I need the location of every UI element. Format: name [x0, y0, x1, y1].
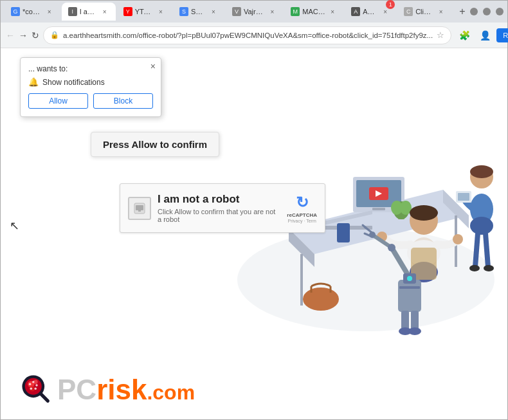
tab-close-3[interactable]: ×: [156, 7, 165, 16]
pcrisk-text: PCrisk.com: [57, 374, 195, 405]
tab-close-4[interactable]: ×: [209, 7, 218, 16]
recaptcha-text-area: I am not a robot Click Allow to confirm …: [158, 193, 280, 223]
recaptcha-checkbox-icon: [128, 197, 151, 220]
tab-close-8[interactable]: ×: [437, 7, 446, 16]
refresh-button[interactable]: ↻: [32, 26, 39, 44]
svg-point-37: [303, 288, 339, 311]
title-bar: G *combi... × I I am n... × Y YTube... ×…: [1, 1, 507, 23]
svg-point-67: [35, 388, 37, 390]
svg-point-47: [407, 276, 412, 281]
tab-favicon-8: C: [404, 7, 413, 16]
popup-close-icon[interactable]: ×: [150, 62, 156, 71]
svg-rect-45: [398, 280, 421, 312]
address-text: a.earthheartsmith.com/office-robot/?pl=p…: [63, 32, 433, 39]
svg-point-65: [35, 384, 37, 386]
new-tab-button[interactable]: +: [456, 4, 469, 19]
pcrisk-pc: PC: [57, 374, 96, 405]
tab-search[interactable]: S Search ×: [173, 3, 224, 21]
relaunch-button[interactable]: Relaunch to update: [496, 28, 508, 42]
svg-point-52: [408, 327, 421, 335]
allow-button[interactable]: Allow: [28, 93, 88, 109]
tab-favicon-2: I: [68, 7, 77, 16]
pcrisk-icon: [20, 373, 53, 406]
browser-frame: G *combi... × I I am n... × Y YTube... ×…: [0, 0, 508, 420]
pcrisk-logo: PCrisk.com: [20, 373, 195, 406]
page-content: × ... wants to: 🔔 Show notifications All…: [1, 48, 507, 419]
svg-rect-32: [458, 193, 469, 201]
nav-bar: ← → ↻ 🔒 a.earthheartsmith.com/office-rob…: [1, 23, 507, 48]
forward-button[interactable]: →: [19, 26, 28, 44]
tab-label-7: Apple: [363, 8, 378, 15]
recaptcha-box: I am not a robot Click Allow to confirm …: [120, 183, 325, 233]
tab-click[interactable]: C Click *... ×: [397, 3, 452, 21]
close-button[interactable]: [496, 8, 503, 15]
svg-line-61: [41, 394, 48, 401]
tab-favicon-4: S: [179, 7, 188, 16]
svg-point-30: [470, 217, 493, 235]
press-allow-tooltip: Press Allow to confirm: [91, 132, 219, 157]
svg-point-64: [32, 381, 34, 383]
svg-point-29: [470, 165, 493, 178]
svg-line-33: [475, 233, 478, 267]
tab-ytube[interactable]: Y YTube... ×: [117, 3, 172, 21]
svg-rect-50: [411, 311, 419, 330]
block-button[interactable]: Block: [93, 93, 153, 109]
recaptcha-subtitle: Click Allow to confirm that you are not …: [158, 208, 280, 223]
bookmark-icon[interactable]: ☆: [437, 30, 444, 40]
tab-label-1: *combi...: [23, 8, 42, 15]
tab-close-1[interactable]: ×: [45, 7, 54, 16]
svg-line-34: [485, 233, 488, 267]
popup-notification-row: 🔔 Show notifications: [28, 77, 153, 87]
svg-point-35: [469, 265, 480, 271]
address-bar[interactable]: 🔒 a.earthheartsmith.com/office-robot/?pl…: [43, 26, 451, 44]
notification-badge: 1: [386, 0, 395, 9]
svg-rect-18: [337, 223, 350, 242]
popup-buttons: Allow Block: [28, 93, 153, 109]
tab-label-2: I am n...: [80, 8, 98, 15]
svg-point-43: [388, 244, 395, 251]
tab-macpc[interactable]: M MACPC... ×: [284, 3, 343, 21]
tab-favicon-1: G: [11, 7, 20, 16]
svg-point-24: [453, 234, 463, 244]
maximize-button[interactable]: [483, 8, 491, 15]
tab-combi[interactable]: G *combi... ×: [5, 3, 60, 21]
pcrisk-text-group: PCrisk.com: [57, 376, 195, 404]
tab-label-3: YTube...: [135, 8, 154, 15]
tab-robot[interactable]: I I am n... ×: [62, 3, 116, 21]
tab-label-8: Click *...: [415, 8, 434, 15]
recaptcha-logo-text1: reCAPTCHA: [287, 212, 317, 218]
svg-rect-55: [138, 210, 141, 212]
back-button[interactable]: ←: [6, 26, 15, 44]
toolbar-right: 🧩 👤 Relaunch to update ⋮: [455, 26, 508, 44]
tab-label-5: VajraSy...: [244, 8, 265, 15]
popup-notification-text: Show notifications: [42, 78, 105, 87]
notification-popup: × ... wants to: 🔔 Show notifications All…: [20, 57, 161, 117]
tab-apple[interactable]: A Apple 1 ×: [345, 3, 396, 21]
svg-point-66: [30, 388, 32, 390]
tab-favicon-7: A: [351, 7, 360, 16]
svg-point-21: [410, 205, 438, 221]
svg-rect-10: [372, 208, 385, 210]
tab-vajra[interactable]: V VajraSy... ×: [226, 3, 283, 21]
recaptcha-logo-text2: Privacy · Term: [288, 219, 316, 223]
svg-rect-54: [136, 205, 143, 210]
minimize-button[interactable]: [470, 8, 478, 15]
tab-close-2[interactable]: ×: [100, 7, 109, 16]
lock-icon: 🔒: [50, 31, 59, 39]
recaptcha-arrow-icon: ↻: [296, 194, 309, 212]
bell-icon: 🔔: [28, 77, 39, 87]
profile-icon[interactable]: 👤: [476, 26, 494, 44]
tab-label-4: Search: [191, 8, 206, 15]
popup-wants-to-text: ... wants to:: [28, 64, 153, 73]
tab-favicon-6: M: [291, 7, 300, 16]
svg-rect-49: [401, 311, 409, 330]
tab-close-5[interactable]: ×: [268, 7, 277, 16]
mouse-cursor: ↖: [10, 219, 19, 233]
extensions-icon[interactable]: 🧩: [455, 26, 473, 44]
recaptcha-title: I am not a robot: [158, 193, 280, 206]
tab-favicon-3: Y: [123, 7, 132, 16]
pcrisk-dotcom: .com: [147, 381, 195, 404]
tab-favicon-5: V: [232, 7, 241, 16]
tab-close-6[interactable]: ×: [328, 7, 337, 16]
svg-rect-48: [399, 286, 420, 289]
